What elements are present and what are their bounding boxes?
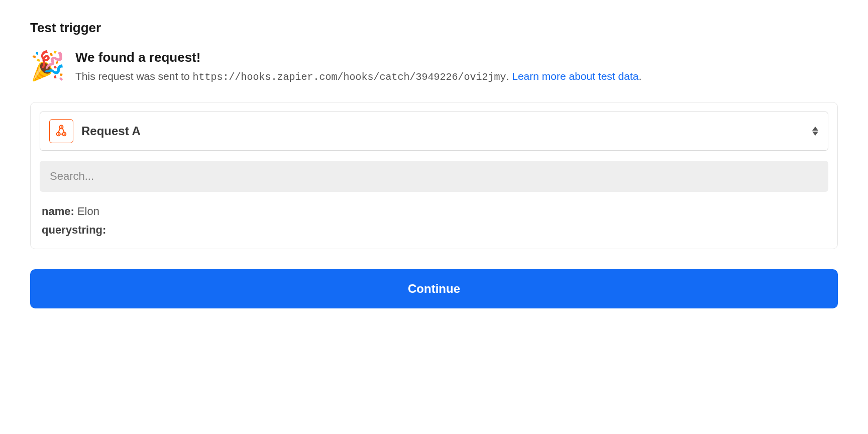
request-selector[interactable]: Request A bbox=[40, 112, 828, 151]
found-text-block: We found a request! This request was sen… bbox=[75, 50, 838, 85]
data-key: name: bbox=[42, 205, 74, 218]
webhook-icon bbox=[49, 119, 73, 143]
found-heading: We found a request! bbox=[75, 50, 838, 65]
search-input[interactable] bbox=[40, 161, 828, 192]
found-desc-period: . bbox=[506, 70, 512, 82]
found-trailing-period: . bbox=[638, 70, 641, 82]
request-selector-label: Request A bbox=[81, 124, 804, 138]
found-desc-prefix: This request was sent to bbox=[75, 70, 192, 82]
found-description: This request was sent to https://hooks.z… bbox=[75, 68, 838, 85]
svg-point-4 bbox=[58, 133, 59, 135]
request-panel: Request A name: Elon querystring: bbox=[30, 102, 838, 249]
page-title: Test trigger bbox=[30, 20, 838, 36]
continue-button[interactable]: Continue bbox=[30, 269, 838, 308]
sort-chevron-icon bbox=[812, 127, 819, 136]
learn-more-link[interactable]: Learn more about test data bbox=[512, 70, 638, 82]
data-value: Elon bbox=[77, 205, 99, 218]
party-popper-icon: 🎉 bbox=[30, 52, 65, 80]
webhook-url: https://hooks.zapier.com/hooks/catch/394… bbox=[192, 71, 506, 83]
data-key: querystring: bbox=[42, 224, 106, 236]
svg-point-3 bbox=[61, 126, 62, 128]
found-request-banner: 🎉 We found a request! This request was s… bbox=[30, 50, 838, 85]
data-row: querystring: bbox=[40, 221, 828, 239]
svg-point-5 bbox=[63, 133, 65, 135]
data-row: name: Elon bbox=[40, 202, 828, 221]
